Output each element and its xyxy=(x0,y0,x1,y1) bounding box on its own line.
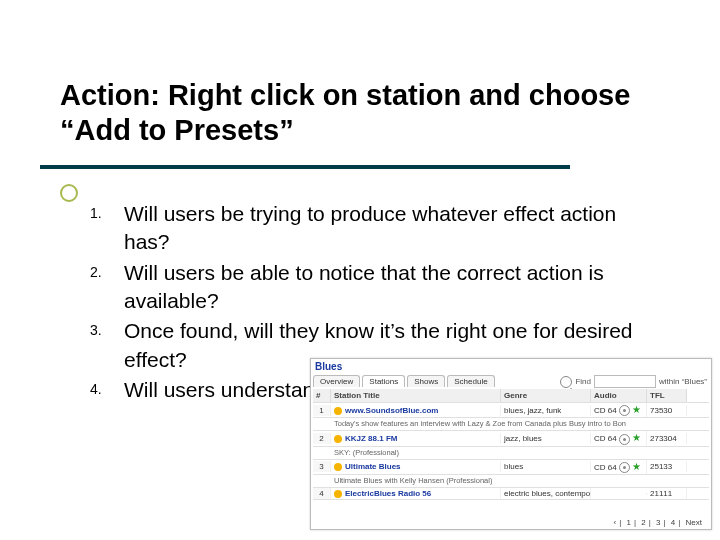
tab-stations[interactable]: Stations xyxy=(362,375,405,387)
tfl-cell: 21111 xyxy=(647,488,687,499)
station-title: ElectricBlues Radio 56 xyxy=(345,489,431,498)
row-num: 3 xyxy=(313,461,331,472)
search-label-prefix: Find xyxy=(575,377,591,386)
slide: Action: Right click on station and choos… xyxy=(0,0,720,540)
star-icon: ★ xyxy=(632,404,641,415)
list-text: Will users be able to notice that the co… xyxy=(124,259,650,316)
list-number: 4. xyxy=(90,376,124,399)
tab-overview[interactable]: Overview xyxy=(313,375,360,387)
list-number: 2. xyxy=(90,259,124,282)
col-title[interactable]: Station Title xyxy=(331,389,501,402)
table-row[interactable]: 1 www.SoundsofBlue.com blues, jazz, funk… xyxy=(313,403,709,418)
list-item: 2. Will users be able to notice that the… xyxy=(90,259,650,316)
list-text: Will users be trying to produce whatever… xyxy=(124,200,650,257)
audio-cell: CD 64 ★ xyxy=(591,403,647,417)
page-link[interactable]: 2 xyxy=(641,518,645,527)
tfl-cell: 25133 xyxy=(647,461,687,472)
favorite-icon xyxy=(334,463,342,471)
list-number: 3. xyxy=(90,317,124,340)
favorite-icon xyxy=(334,407,342,415)
page-link[interactable]: 1 xyxy=(626,518,630,527)
tab-shows[interactable]: Shows xyxy=(407,375,445,387)
table-header: # Station Title Genre Audio TFL xyxy=(313,389,709,403)
app-title: Blues xyxy=(315,361,342,372)
list-item: 1. Will users be trying to produce whate… xyxy=(90,200,650,257)
station-title: Ultimate Blues xyxy=(345,462,401,471)
tab-schedule[interactable]: Schedule xyxy=(447,375,494,387)
tfl-cell: 73530 xyxy=(647,405,687,416)
search-label-suffix: within “Blues” xyxy=(659,377,707,386)
table-row[interactable]: 2 KKJZ 88.1 FM jazz, blues CD 64 ★ 27330… xyxy=(313,431,709,446)
list-number: 1. xyxy=(90,200,124,223)
row-description: Today's show features an interview with … xyxy=(313,418,709,431)
decorative-bullet-icon xyxy=(60,184,78,202)
table-row[interactable]: 4 ElectricBlues Radio 56 electric blues,… xyxy=(313,488,709,500)
audio-cell: CD 64 ★ xyxy=(591,431,647,445)
station-title: www.SoundsofBlue.com xyxy=(345,406,438,415)
favorite-icon xyxy=(334,435,342,443)
col-genre[interactable]: Genre xyxy=(501,389,591,402)
slide-title: Action: Right click on station and choos… xyxy=(60,78,660,148)
search-icon xyxy=(560,376,572,388)
cd-icon xyxy=(619,462,630,473)
app-tabs: Overview Stations Shows Schedule xyxy=(313,375,495,387)
genre-cell: electric blues, contempo xyxy=(501,488,591,499)
audio-cell xyxy=(591,493,647,495)
station-cell: Ultimate Blues xyxy=(331,461,501,472)
station-cell: www.SoundsofBlue.com xyxy=(331,405,501,416)
station-cell: KKJZ 88.1 FM xyxy=(331,433,501,444)
page-prev[interactable]: ‹ xyxy=(614,518,617,527)
title-underline xyxy=(40,165,570,169)
page-link[interactable]: 4 xyxy=(671,518,675,527)
app-window: Blues Overview Stations Shows Schedule F… xyxy=(310,358,712,530)
genre-cell: blues xyxy=(501,461,591,472)
table-row[interactable]: 3 Ultimate Blues blues CD 64 ★ 25133 xyxy=(313,460,709,475)
row-num: 1 xyxy=(313,405,331,416)
station-table: # Station Title Genre Audio TFL 1 www.So… xyxy=(313,389,709,500)
row-description: Ultimate Blues with Kelly Hansen (Profes… xyxy=(313,475,709,488)
page-next[interactable]: Next xyxy=(686,518,702,527)
cd-icon xyxy=(619,434,630,445)
row-num: 2 xyxy=(313,433,331,444)
station-title: KKJZ 88.1 FM xyxy=(345,434,397,443)
cd-icon xyxy=(619,405,630,416)
tfl-cell: 273304 xyxy=(647,433,687,444)
favorite-icon xyxy=(334,490,342,498)
row-num: 4 xyxy=(313,488,331,499)
star-icon: ★ xyxy=(632,461,641,472)
station-cell: ElectricBlues Radio 56 xyxy=(331,488,501,499)
search-input[interactable] xyxy=(594,375,656,388)
genre-cell: jazz, blues xyxy=(501,433,591,444)
row-description: SKY: (Professional) xyxy=(313,447,709,460)
search-bar: Find within “Blues” xyxy=(560,375,707,388)
page-link[interactable]: 3 xyxy=(656,518,660,527)
star-icon: ★ xyxy=(632,432,641,443)
genre-cell: blues, jazz, funk xyxy=(501,405,591,416)
audio-cell: CD 64 ★ xyxy=(591,460,647,474)
col-audio[interactable]: Audio xyxy=(591,389,647,402)
col-num[interactable]: # xyxy=(313,389,331,402)
col-tfl[interactable]: TFL xyxy=(647,389,687,402)
pagination: ‹| 1| 2| 3| 4| Next xyxy=(611,518,706,527)
